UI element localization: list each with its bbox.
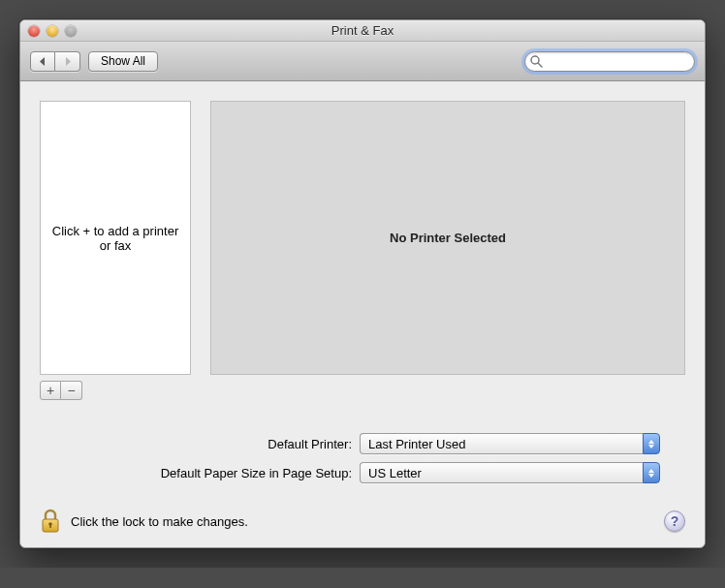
paper-size-row: Default Paper Size in Page Setup: US Let… <box>40 462 685 483</box>
window-title: Print & Fax <box>20 23 705 38</box>
remove-printer-button[interactable]: − <box>61 381 82 400</box>
default-printer-label: Default Printer: <box>40 437 352 451</box>
select-arrows-icon <box>643 433 660 454</box>
add-printer-button[interactable]: + <box>40 381 61 400</box>
printer-sidebar: Click + to add a printer or fax + − <box>40 101 191 400</box>
back-button[interactable] <box>30 51 55 72</box>
traffic-lights <box>28 25 77 37</box>
forward-button[interactable] <box>55 51 80 72</box>
titlebar: Print & Fax <box>20 20 705 42</box>
toolbar: Show All <box>20 42 705 81</box>
search-field-container <box>524 51 695 72</box>
chevron-right-icon <box>64 57 72 66</box>
panels: Click + to add a printer or fax + − No P… <box>40 101 685 400</box>
default-printer-row: Default Printer: Last Printer Used <box>40 433 685 454</box>
add-remove-controls: + − <box>40 381 191 400</box>
svg-rect-4 <box>49 524 51 528</box>
search-input[interactable] <box>524 51 695 72</box>
preferences-window: Print & Fax Show All Click + to add a pr <box>19 19 706 548</box>
lock-hint-text: Click the lock to make changes. <box>71 514 248 529</box>
chevron-left-icon <box>39 57 47 66</box>
close-window-button[interactable] <box>28 25 40 37</box>
printer-list-empty-text: Click + to add a printer or fax <box>50 224 180 253</box>
printer-detail-panel: No Printer Selected <box>210 101 685 375</box>
default-printer-select[interactable]: Last Printer Used <box>360 433 660 454</box>
paper-size-label: Default Paper Size in Page Setup: <box>40 466 352 480</box>
default-printer-value: Last Printer Used <box>360 433 643 454</box>
nav-segment <box>30 51 80 72</box>
content-area: Click + to add a printer or fax + − No P… <box>20 81 705 547</box>
printer-list[interactable]: Click + to add a printer or fax <box>40 101 191 375</box>
printer-detail-empty-text: No Printer Selected <box>390 231 506 245</box>
footer: Click the lock to make changes. ? <box>40 509 685 534</box>
minimize-window-button[interactable] <box>47 25 58 37</box>
help-button[interactable]: ? <box>664 511 685 532</box>
lock-icon <box>40 509 61 534</box>
paper-size-select[interactable]: US Letter <box>360 462 660 483</box>
select-arrows-icon <box>643 462 660 483</box>
paper-size-value: US Letter <box>360 462 643 483</box>
defaults-form: Default Printer: Last Printer Used Defau… <box>40 433 685 483</box>
zoom-window-button[interactable] <box>65 25 77 37</box>
show-all-button[interactable]: Show All <box>88 51 158 72</box>
lock-button[interactable] <box>40 509 61 534</box>
